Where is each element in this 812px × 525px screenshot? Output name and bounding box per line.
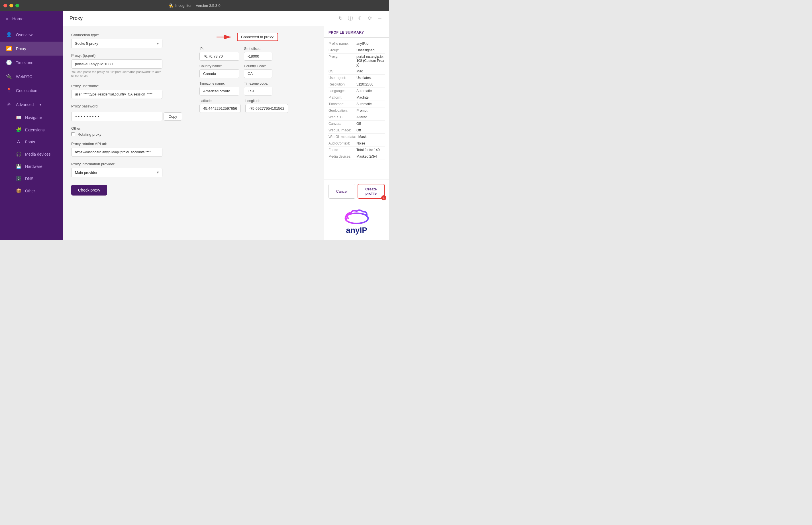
- latitude-value: 45.44422912597656: [199, 104, 241, 113]
- summary-row-value: anyIP.io: [356, 42, 368, 46]
- connection-indicator: Connected to proxy:: [216, 33, 318, 41]
- summary-row-label: Profile name:: [328, 42, 354, 46]
- summary-row: Canvas: Off: [328, 121, 385, 127]
- ip-value: 76.70.73.70: [199, 52, 239, 61]
- sidebar-item-dns[interactable]: 🗄️ DNS: [0, 172, 63, 185]
- other-icon: 📦: [16, 188, 21, 194]
- titlebar-buttons: [3, 4, 19, 7]
- summary-row-label: Geolocation:: [328, 109, 354, 112]
- summary-row-label: Proxy:: [328, 55, 354, 67]
- check-proxy-button[interactable]: Check proxy: [71, 185, 107, 196]
- summary-row-label: Group:: [328, 48, 354, 52]
- rotation-api-label: Proxy rotation API url:: [71, 142, 185, 146]
- arrow-svg: [216, 34, 234, 41]
- provider-select-wrapper: Main providerSecondary providerCustom ▼: [71, 168, 163, 177]
- rotate-icon[interactable]: ↻: [338, 15, 343, 21]
- timezone-row: Timezone name: America/Toronto Timezone …: [199, 81, 318, 95]
- sidebar-label-other: Other: [25, 189, 35, 193]
- latitude-field: Latitude: 45.44422912597656: [199, 99, 241, 113]
- sidebar-item-timezone[interactable]: 🕐 Timezone: [0, 56, 63, 70]
- proxy-password-input[interactable]: [71, 112, 163, 121]
- cancel-button[interactable]: Cancel: [328, 184, 355, 199]
- titlebar-text: Incogniton - Version 3.5.3.0: [175, 3, 220, 8]
- chevron-down-icon: ▼: [39, 103, 42, 106]
- webrtc-icon: 🔌: [6, 74, 12, 79]
- minimize-button[interactable]: [10, 4, 13, 7]
- home-label: Home: [12, 16, 24, 21]
- gmt-value: -18000: [244, 52, 272, 61]
- timezone-code-field: Timezone code: EST: [244, 81, 272, 95]
- proxy-address-input[interactable]: [71, 59, 163, 69]
- summary-row: Resolution: 5120x2880: [328, 81, 385, 88]
- ip-field: IP: 76.70.73.70: [199, 47, 239, 61]
- page-title: Proxy: [70, 15, 82, 21]
- rotation-api-input[interactable]: [71, 148, 163, 157]
- timezone-name-field: Timezone name: America/Toronto: [199, 81, 239, 95]
- sidebar-item-proxy[interactable]: 📶 Proxy: [0, 42, 63, 56]
- maximize-button[interactable]: [15, 4, 19, 7]
- sidebar-item-media-devices[interactable]: 🎧 Media devices: [0, 148, 63, 160]
- summary-row-label: Fonts:: [328, 148, 354, 152]
- sidebar-home[interactable]: « Home: [0, 11, 63, 26]
- country-code-label: Country Code:: [244, 64, 272, 68]
- sidebar-label-geolocation: Geolocation: [16, 88, 37, 93]
- sidebar-item-extensions[interactable]: 🧩 Extensions: [0, 124, 63, 136]
- content-area: Connection type: No proxySocks 5 proxyHT…: [63, 26, 389, 240]
- sidebar-label-media-devices: Media devices: [25, 152, 51, 156]
- sidebar-item-hardware[interactable]: 💾 Hardware: [0, 160, 63, 172]
- connection-type-select[interactable]: No proxySocks 5 proxyHTTP proxySSH tunne…: [71, 39, 163, 48]
- provider-select[interactable]: Main providerSecondary providerCustom: [71, 168, 163, 177]
- hardware-icon: 💾: [16, 164, 21, 169]
- proxy-address-label: Proxy: (ip:port): [71, 53, 185, 58]
- summary-row-value: Unassigned: [356, 48, 374, 52]
- rotating-proxy-checkbox[interactable]: [71, 132, 75, 136]
- create-profile-button[interactable]: Create profile 1: [357, 184, 385, 199]
- summary-row-value: Prompt: [356, 109, 368, 112]
- overview-icon: 👤: [6, 32, 12, 38]
- refresh-icon[interactable]: ⟳: [368, 15, 372, 21]
- rotating-proxy-label: Rotating proxy: [77, 132, 102, 136]
- summary-row: WebRTC: Altered: [328, 114, 385, 121]
- proxy-form: Connection type: No proxySocks 5 proxyHT…: [63, 26, 194, 240]
- profile-summary-body: Profile name: anyIP.io Group: Unassigned…: [324, 38, 389, 180]
- summary-row-label: WebGL image:: [328, 128, 354, 132]
- summary-row: Geolocation: Prompt: [328, 107, 385, 114]
- summary-row-value: Use latest: [356, 76, 371, 80]
- sidebar-label-dns: DNS: [25, 177, 34, 181]
- sidebar-item-overview[interactable]: 👤 Overview: [0, 28, 63, 42]
- connected-badge: Connected to proxy:: [237, 33, 278, 41]
- country-code-field: Country Code: CA: [244, 64, 272, 78]
- coordinates-row: Latitude: 45.44422912597656 Longitude: -…: [199, 99, 318, 113]
- connection-type-group: Connection type: No proxySocks 5 proxyHT…: [71, 33, 185, 48]
- circle-icon[interactable]: ⓘ: [348, 15, 353, 22]
- proxy-username-input[interactable]: [71, 90, 163, 99]
- country-name-field: Country name: Canada: [199, 64, 239, 78]
- summary-row-value: Mask: [358, 135, 367, 139]
- sidebar-item-other[interactable]: 📦 Other: [0, 185, 63, 197]
- summary-row: Timezone: Automatic: [328, 101, 385, 107]
- close-button[interactable]: [3, 4, 7, 7]
- sidebar-item-geolocation[interactable]: 📍 Geolocation: [0, 84, 63, 97]
- summary-row-value: Automatic: [356, 102, 371, 106]
- sidebar-item-fonts[interactable]: A Fonts: [0, 136, 63, 148]
- longitude-field: Longitude: -75.69277954101562: [245, 99, 288, 113]
- country-code-value: CA: [244, 69, 272, 78]
- moon-icon[interactable]: ☾: [358, 15, 363, 21]
- header-actions: ↻ ⓘ ☾ ⟳ →: [338, 15, 382, 22]
- copy-button[interactable]: Copy: [164, 112, 182, 121]
- summary-row-value: Mac: [356, 69, 363, 73]
- dns-icon: 🗄️: [16, 176, 21, 181]
- fonts-icon: A: [16, 139, 21, 145]
- sidebar-item-webrtc[interactable]: 🔌 WebRTC: [0, 70, 63, 84]
- summary-row: User agent: Use latest: [328, 75, 385, 81]
- arrow-right-icon[interactable]: →: [377, 15, 382, 21]
- other-label: Other:: [71, 126, 185, 131]
- summary-row-value: portal-eu.anyip.io:108 (Custom Proxy): [356, 55, 385, 67]
- timezone-name-label: Timezone name:: [199, 81, 239, 86]
- titlebar-icon: 🕵️: [169, 3, 173, 8]
- anyip-cloud-svg: [342, 208, 371, 224]
- sidebar-advanced-header[interactable]: ✳ Advanced ▼: [0, 97, 63, 111]
- summary-row-value: Altered: [356, 115, 367, 119]
- sidebar-item-navigator[interactable]: 📖 Navigator: [0, 111, 63, 124]
- sidebar-label-hardware: Hardware: [25, 164, 43, 169]
